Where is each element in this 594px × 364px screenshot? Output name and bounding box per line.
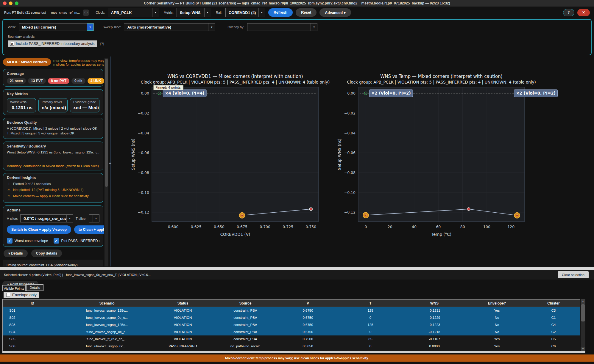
column-header-envelope-[interactable]: Envelope? (467, 300, 527, 307)
wns-vs-corevdd1-chart[interactable]: WNS vs COREVDD1 — Mixed corners (interpr… (119, 57, 336, 268)
column-header-wns[interactable]: WNS (402, 300, 467, 307)
table-cell: VIOLATION (152, 307, 214, 314)
copy-details-button[interactable]: Copy details (31, 250, 62, 257)
checkbox-checked-icon[interactable] (7, 238, 13, 244)
column-header-cluster[interactable]: Cluster (527, 300, 580, 307)
run-info-button[interactable]: ⓘ (83, 10, 89, 16)
table-cell: 0.6750 (277, 328, 339, 335)
scrollbar-grip-icon[interactable] (293, 267, 299, 269)
table-row[interactable]: S06func_ulowvcc_ssgnp_0c_...PASS_INFERRE… (3, 343, 580, 350)
x-tick-label: 0.675 (237, 225, 247, 229)
sidebar-scrollbar-thumb[interactable] (105, 59, 108, 187)
insight-text: Not plotted: 12 (PVT missing 8, UNKNOWN … (13, 188, 83, 192)
chevron-down-icon[interactable]: ▼ (258, 8, 265, 17)
switch-clean-t-sweep-button[interactable]: to Clean + apply T- (74, 225, 104, 234)
evidence-quality-panel: Evidence Quality V (COREVDD1): Mixed | 3… (3, 118, 103, 139)
clock-select[interactable]: APB_PCLK ▼ (108, 8, 159, 17)
column-header-status[interactable]: Status (152, 300, 214, 307)
v-slice-select[interactable]: 0.0°C / ssgnp_cw_ccw_ ▼ (20, 214, 73, 222)
table-cell: constraint_PBA (214, 314, 277, 321)
column-header-id[interactable]: ID (3, 300, 62, 307)
table-scrollbar-thumb[interactable] (581, 304, 585, 321)
table-cell: constraint_PBA (214, 307, 277, 314)
chevron-down-icon[interactable]: ▼ (152, 8, 159, 17)
table-horizontal-scrollbar[interactable] (2, 351, 585, 353)
boundary-analysis-label: Boundary analysis (8, 35, 586, 38)
table-cell: 0 (339, 314, 402, 321)
chevron-down-icon[interactable]: ▼ (311, 23, 317, 31)
table-row[interactable]: S03func_lowvcc_ssgnp_125c...VIOLATIONcon… (3, 321, 580, 328)
violation-point[interactable] (467, 208, 470, 211)
coverage-panel: Coverage 21 scen13 PVT8 no-PVT9 clk4 UNK (3, 69, 103, 87)
table-cell: C2 (527, 328, 580, 335)
worst-case-envelope-checkbox[interactable]: Worst-case envelope (7, 238, 48, 244)
details-line: Timing source: constraint_PBA (violation… (6, 263, 100, 266)
tab-details[interactable]: Details (26, 284, 43, 291)
chevron-down-icon[interactable]: ▼ (93, 215, 99, 222)
view-select[interactable]: Mixed (all corners) ▼ (19, 23, 94, 31)
warning-icon: ⚠ (7, 194, 11, 198)
include-pass-inferred-checkbox[interactable]: ✕ Include PASS_INFERRED in boundary anal… (8, 40, 97, 47)
scroll-up-icon[interactable]: ▲ (581, 299, 585, 304)
worst-wns-card: Worst WNS -0.1231 ns (7, 98, 36, 112)
clear-selection-button[interactable]: Clear selection (558, 271, 589, 278)
plot-pass-inferred-checkbox[interactable]: Plot PASS_INFERRED at WN (54, 238, 100, 244)
column-header-v[interactable]: V (277, 300, 339, 307)
table-row[interactable]: S01func_lowvcc_ssgnp_125c...VIOLATIONcon… (3, 307, 580, 314)
y-tick-label: −0.08 (138, 170, 149, 175)
table-row[interactable]: S05func_midvcc_tt_85c_cn_...VIOLATIONcon… (3, 335, 580, 343)
table-row[interactable]: S02func_lowvcc_ssgnp_0c_c...VIOLATIONcon… (3, 314, 580, 321)
table-cell: No (467, 321, 527, 328)
switch-clean-v-sweep-button[interactable]: Switch to Clean + apply V-sweep (7, 225, 71, 234)
titlebar: Corner Sensitivity — PT Build (PT Build … (0, 0, 594, 7)
sidebar-splitter[interactable] (109, 57, 112, 266)
insight-item: ⚠Mixed corners — apply a clean slice for… (7, 194, 99, 198)
envelope-only-checkbox[interactable]: Envelope only (4, 292, 39, 298)
checkbox-checked-icon[interactable] (54, 238, 59, 244)
sweep-slice-select[interactable]: Auto (most-informative) ▼ (124, 23, 215, 31)
violation-point[interactable] (309, 208, 312, 211)
column-header-scenario[interactable]: Scenario (62, 300, 152, 307)
checkbox-checked-icon[interactable]: ✕ (10, 42, 14, 46)
chevron-down-icon[interactable]: ▼ (87, 23, 93, 31)
close-panel-button[interactable]: ✕ (577, 9, 590, 16)
insight-item: iPlotted 9 of 21 scenarios (7, 182, 99, 186)
boundary-help-icon[interactable]: (?) (100, 42, 104, 46)
column-header-t[interactable]: T (339, 300, 402, 307)
table-row[interactable]: S04func_lowvcc_ssgnp_0c_r...VIOLATIONcon… (3, 328, 580, 335)
wns-vs-temp-chart[interactable]: WNS vs Temp — Mixed corners (interpret w… (336, 57, 578, 268)
chevron-down-icon[interactable]: ▼ (208, 23, 215, 31)
table-cell: 0.7500 (277, 335, 339, 343)
refresh-button[interactable]: Refresh (268, 8, 293, 17)
table-cell: -0.1218 (402, 328, 467, 335)
chevron-down-icon[interactable]: ▼ (66, 215, 73, 222)
t-slice-select[interactable]: ▼ (89, 214, 99, 222)
coverage-pill: 13 PVT (28, 78, 46, 84)
sensitivity-boundary-title: Sensitivity / Boundary (7, 144, 99, 148)
chevron-down-icon[interactable]: ▼ (204, 8, 211, 17)
view-value: Mixed (all corners) (19, 23, 87, 31)
column-header-source[interactable]: Source (214, 300, 277, 307)
x-tick-label: 0.725 (283, 225, 293, 229)
overlay-by-select[interactable]: ▼ (247, 23, 317, 31)
table-scrollbar[interactable]: ▲ ▼ (581, 299, 585, 351)
rail-label: Rail: (216, 11, 222, 14)
details-toggle-button[interactable]: ▾ Details (4, 250, 28, 257)
x-tick-label: 120 (507, 225, 515, 229)
checkbox-unchecked-icon[interactable] (6, 293, 10, 297)
main-horizontal-scrollbar[interactable] (0, 267, 594, 270)
scroll-down-icon[interactable]: ▼ (581, 347, 585, 351)
advanced-button[interactable]: Advanced ▾ (319, 8, 351, 17)
help-button[interactable]: ? (563, 9, 574, 16)
tab-visible-points[interactable]: Visible Points (2, 285, 26, 291)
metric-select[interactable]: Setup WNS ▼ (177, 8, 211, 17)
table-cell: func_lowvcc_ssgnp_0c_c... (62, 314, 152, 321)
table-cell: -0.1167 (402, 335, 467, 343)
table-cell: S01 (3, 307, 62, 314)
boundary-warning: Boundary: confounded in Mixed mode (swit… (7, 164, 99, 168)
splitter-grip-icon[interactable] (109, 161, 111, 164)
reset-button[interactable]: Reset (296, 8, 317, 17)
table-cell: VIOLATION (152, 335, 214, 343)
rail-select[interactable]: COREVDD1 (4) ▼ (225, 8, 265, 17)
sidebar-scrollbar[interactable] (105, 58, 108, 266)
